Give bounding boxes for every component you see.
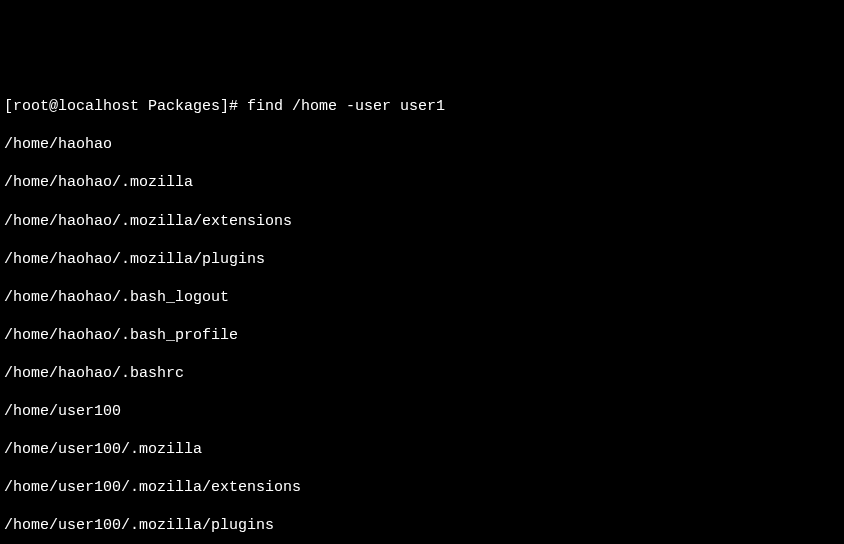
output-line: /home/user100/.mozilla/extensions [4,478,840,497]
prompt-line: [root@localhost Packages]# find /home -u… [4,97,840,116]
output-line: /home/haohao/.bash_profile [4,326,840,345]
output-line: /home/haohao [4,135,840,154]
output-line: /home/haohao/.bashrc [4,364,840,383]
command-text: find /home -user user1 [247,98,445,115]
output-line: /home/haohao/.mozilla/plugins [4,250,840,269]
terminal-window[interactable]: [root@localhost Packages]# find /home -u… [4,78,840,544]
output-line: /home/user100 [4,402,840,421]
output-line: /home/user100/.mozilla [4,440,840,459]
output-line: /home/user100/.mozilla/plugins [4,516,840,535]
output-line: /home/haohao/.mozilla [4,173,840,192]
output-line: /home/haohao/.bash_logout [4,288,840,307]
shell-prompt: [root@localhost Packages]# [4,98,247,115]
output-line: /home/haohao/.mozilla/extensions [4,212,840,231]
